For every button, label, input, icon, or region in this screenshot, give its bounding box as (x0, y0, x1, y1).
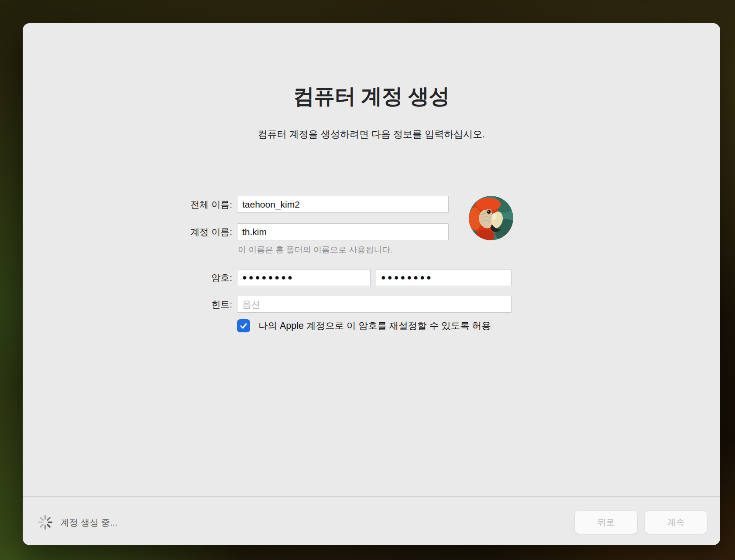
status-text: 계정 생성 중... (60, 516, 117, 529)
password-input[interactable] (237, 269, 371, 286)
password-label: 암호: (101, 269, 232, 286)
back-button[interactable]: 뒤로 (575, 511, 637, 534)
progress-spinner-icon (37, 514, 53, 530)
hint-label: 힌트: (101, 296, 232, 313)
full-name-label: 전체 이름: (101, 196, 232, 213)
password-verify-input[interactable] (376, 269, 512, 286)
checkmark-icon (239, 321, 248, 330)
account-name-helper-text: 이 이름은 홈 폴더의 이름으로 사용됩니다. (238, 244, 393, 256)
page-subtitle: 컴퓨터 계정을 생성하려면 다음 정보를 입력하십시오. (23, 128, 720, 141)
account-avatar[interactable] (469, 196, 513, 240)
continue-button[interactable]: 계속 (645, 511, 707, 534)
parrot-avatar-image (469, 196, 513, 240)
allow-apple-reset-checkbox[interactable] (237, 319, 250, 332)
page-title: 컴퓨터 계정 생성 (23, 82, 720, 110)
hint-input[interactable] (237, 296, 512, 313)
allow-apple-reset-label: 나의 Apple 계정으로 이 암호를 재설정할 수 있도록 허용 (258, 319, 491, 333)
account-name-input[interactable] (237, 223, 449, 240)
footer-divider (23, 496, 720, 497)
full-name-input[interactable] (237, 196, 449, 213)
account-name-label: 계정 이름: (101, 223, 232, 240)
setup-assistant-window: 컴퓨터 계정 생성 컴퓨터 계정을 생성하려면 다음 정보를 입력하십시오. 전… (23, 23, 720, 545)
